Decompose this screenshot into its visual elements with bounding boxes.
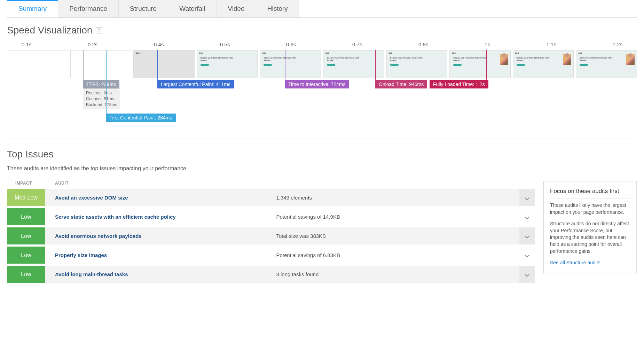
tick: 1.1s [547, 41, 556, 47]
tab-summary[interactable]: Summary [7, 0, 58, 17]
chevron-down-icon [525, 271, 529, 278]
tab-video[interactable]: Video [217, 0, 256, 17]
speed-visualization-title: Speed Visualization [7, 25, 92, 36]
filmstrip-frame: ■■■Secure your financial future with Ava… [386, 50, 448, 78]
filmstrip-frame [7, 50, 68, 78]
marker-line-fcp [106, 50, 107, 114]
expand-toggle[interactable] [519, 208, 535, 225]
speed-visualization-heading: Speed Visualization ? [7, 25, 637, 36]
tick: 0.1s [22, 41, 31, 47]
tab-waterfall[interactable]: Waterfall [168, 0, 217, 17]
marker-fully-loaded[interactable]: Fully Loaded Time: 1.2s [430, 80, 488, 88]
audit-detail: Total size was 383KB [276, 233, 516, 239]
marker-lcp[interactable]: Largest Contentful Paint: 411ms [157, 80, 234, 88]
filmstrip-frame: ■■■Secure your financial future with Ava… [197, 50, 258, 78]
tick: 0.4s [154, 41, 164, 47]
expand-toggle[interactable] [519, 189, 535, 206]
speed-timeline: 0.1s 0.2s 0.4s 0.5s 0.6s 0.7s 0.8s 1s 1.… [7, 41, 637, 129]
issue-row[interactable]: Low Properly size images Potential savin… [7, 247, 535, 264]
expand-toggle[interactable] [519, 227, 535, 244]
audit-link[interactable]: Avoid an excessive DOM size [55, 195, 276, 201]
filmstrip-frame: ■■■Secure your financial future with Ava… [449, 50, 511, 78]
see-all-structure-audits-link[interactable]: See all Structure audits [550, 260, 600, 265]
audit-link[interactable]: Properly size images [55, 252, 276, 258]
impact-badge: Med-Low [7, 189, 45, 206]
impact-badge: Low [7, 247, 45, 264]
focus-card-text: Structure audits do not directly affect … [550, 220, 630, 255]
issue-row[interactable]: Low Avoid enormous network payloads Tota… [7, 227, 535, 244]
impact-badge: Low [7, 227, 45, 244]
chevron-down-icon [525, 252, 529, 258]
marker-line-fully [486, 50, 487, 80]
tick: 1s [485, 41, 490, 47]
impact-badge: Low [7, 208, 45, 225]
marker-tti[interactable]: Time to Interactive: 724ms [285, 80, 349, 88]
col-header-impact: IMPACT [7, 181, 45, 186]
chevron-down-icon [525, 195, 529, 201]
expand-toggle[interactable] [519, 266, 535, 283]
chevron-down-icon [525, 233, 529, 239]
tab-history[interactable]: History [256, 0, 299, 17]
tick: 0.7s [352, 41, 362, 47]
audit-link[interactable]: Avoid long main-thread tasks [55, 271, 276, 277]
issue-row[interactable]: Med-Low Avoid an excessive DOM size 1,34… [7, 189, 535, 206]
audit-detail: 3 long tasks found [276, 271, 516, 277]
tab-performance[interactable]: Performance [58, 0, 119, 17]
section-divider [7, 139, 637, 139]
filmstrip-frame: ■■■Secure your financial future with Ava… [576, 50, 637, 78]
expand-toggle[interactable] [519, 247, 535, 264]
filmstrip-frame [70, 50, 132, 78]
marker-fcp[interactable]: First Contentful Paint: 284ms [106, 114, 176, 122]
tick: 0.8s [418, 41, 428, 47]
focus-card: Focus on these audits first These audits… [543, 181, 637, 273]
marker-ttfb[interactable]: TTFB: 229ms [83, 80, 119, 88]
audit-link[interactable]: Avoid enormous network payloads [55, 233, 276, 239]
filmstrip-frame: ■■■ [133, 50, 195, 78]
help-icon[interactable]: ? [96, 27, 102, 33]
issues-header: IMPACT AUDIT [7, 181, 535, 189]
issues-table: IMPACT AUDIT Med-Low Avoid an excessive … [7, 181, 535, 285]
impact-badge: Low [7, 266, 45, 283]
marker-ttfb-details: Redirect: 0ms Connect: 51ms Backend: 178… [83, 88, 120, 109]
issue-row[interactable]: Low Avoid long main-thread tasks 3 long … [7, 266, 535, 283]
col-header-audit: AUDIT [45, 181, 535, 186]
marker-line-ttfb [83, 50, 84, 80]
tick: 0.6s [286, 41, 296, 47]
tick: 1.2s [613, 41, 622, 47]
top-issues-heading: Top Issues [7, 149, 637, 160]
marker-line-onload [375, 50, 376, 80]
audit-link[interactable]: Serve static assets with an efficient ca… [55, 214, 276, 220]
top-issues-subtitle: These audits are identified as the top i… [7, 165, 637, 172]
focus-card-text: These audits likely have the largest imp… [550, 202, 630, 216]
tick: 0.2s [88, 41, 97, 47]
tick: 0.5s [220, 41, 230, 47]
marker-line-tti [285, 50, 285, 80]
chevron-down-icon [525, 214, 529, 220]
time-axis: 0.1s 0.2s 0.4s 0.5s 0.6s 0.7s 0.8s 1s 1.… [7, 41, 637, 50]
report-tabs: Summary Performance Structure Waterfall … [7, 0, 637, 18]
filmstrip-frame: ■■■Secure your financial future with Ava… [260, 50, 321, 78]
audit-detail: Potential savings of 14.9KB [276, 214, 516, 220]
marker-line-lcp [157, 50, 158, 80]
focus-card-title: Focus on these audits first [550, 188, 630, 199]
timeline-markers: TTFB: 229ms Redirect: 0ms Connect: 51ms … [7, 80, 637, 129]
tab-structure[interactable]: Structure [119, 0, 168, 17]
audit-detail: Potential savings of 6.83KB [276, 252, 516, 258]
issue-row[interactable]: Low Serve static assets with an efficien… [7, 208, 535, 225]
filmstrip: ■■■ ■■■Secure your financial future with… [7, 50, 637, 78]
audit-detail: 1,349 elements [276, 195, 516, 201]
filmstrip-frame: ■■■Secure your financial future with Ava… [513, 50, 574, 78]
marker-onload[interactable]: Onload Time: 946ms [375, 80, 427, 88]
